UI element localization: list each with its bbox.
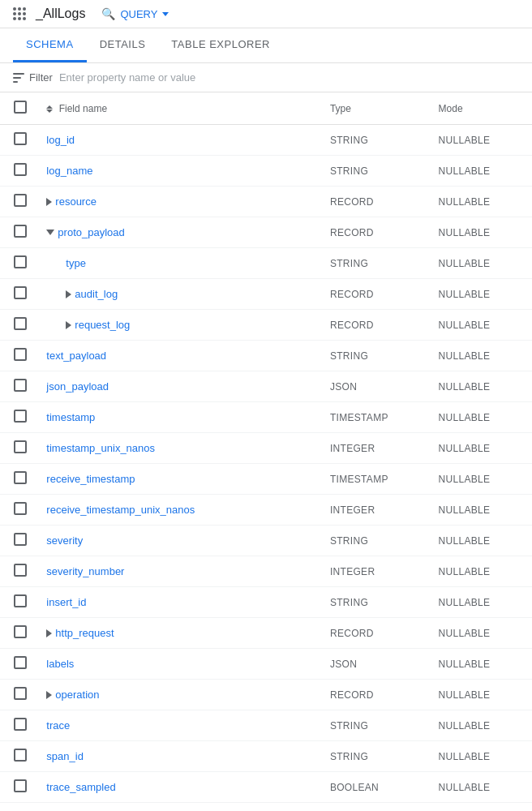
row-checkbox[interactable] — [14, 194, 27, 207]
field-name-link[interactable]: type — [66, 257, 86, 269]
row-field-name: timestamp — [40, 402, 324, 433]
field-name-link[interactable]: request_log — [75, 319, 130, 331]
expand-icon[interactable] — [46, 629, 52, 637]
row-type: INTEGER — [324, 495, 432, 526]
table-row: traceSTRINGNULLABLE — [0, 710, 532, 741]
expand-icon[interactable] — [66, 321, 71, 329]
expand-icon[interactable] — [46, 691, 52, 699]
row-checkbox-cell — [0, 371, 40, 402]
tab-table-explorer[interactable]: TABLE EXPLORER — [158, 28, 283, 62]
row-checkbox-cell — [0, 156, 40, 187]
row-checkbox[interactable] — [14, 410, 27, 423]
expand-icon[interactable] — [46, 198, 52, 206]
row-checkbox[interactable] — [14, 225, 27, 238]
row-type: TIMESTAMP — [324, 464, 432, 495]
row-checkbox-cell — [0, 341, 40, 371]
row-checkbox[interactable] — [14, 379, 27, 392]
row-checkbox-cell — [0, 125, 40, 156]
row-field-name: severity_number — [40, 556, 324, 587]
field-name-link[interactable]: audit_log — [75, 288, 118, 300]
field-name-link[interactable]: resource — [55, 195, 97, 208]
field-name-link[interactable]: log_name — [46, 165, 92, 177]
row-mode: NULLABLE — [432, 618, 532, 649]
row-checkbox[interactable] — [14, 749, 27, 762]
row-type: STRING — [324, 125, 432, 156]
table-row: audit_logRECORDNULLABLE — [0, 279, 532, 310]
field-name-link[interactable]: timestamp_unix_nanos — [46, 442, 155, 454]
row-field-name: trace_sampled — [40, 772, 324, 803]
row-checkbox[interactable] — [14, 132, 27, 145]
row-checkbox[interactable] — [14, 255, 27, 268]
row-field-name: labels — [40, 649, 324, 680]
row-checkbox[interactable] — [14, 533, 27, 546]
row-checkbox[interactable] — [14, 471, 27, 484]
tab-details[interactable]: DETAILS — [87, 28, 159, 62]
row-field-name: text_payload — [40, 341, 324, 371]
query-button[interactable]: 🔍 QUERY — [101, 7, 169, 20]
row-type: STRING — [324, 526, 432, 556]
table-row: resourceRECORDNULLABLE — [0, 187, 532, 217]
table-row: http_requestRECORDNULLABLE — [0, 618, 532, 649]
field-name-link[interactable]: proto_payload — [58, 226, 124, 238]
row-field-name: log_id — [40, 125, 324, 156]
row-mode: NULLABLE — [432, 433, 532, 464]
row-mode: NULLABLE — [432, 279, 532, 310]
row-checkbox[interactable] — [14, 779, 27, 792]
field-name-link[interactable]: receive_timestamp_unix_nanos — [46, 504, 195, 516]
field-name-link[interactable]: severity_number — [46, 565, 124, 577]
header-mode: Mode — [432, 92, 532, 125]
row-checkbox-cell — [0, 772, 40, 803]
row-field-name: type — [40, 248, 324, 279]
header-field-name[interactable]: Field name — [40, 92, 324, 125]
field-name-link[interactable]: labels — [46, 658, 74, 670]
row-type: STRING — [324, 710, 432, 741]
row-checkbox-cell — [0, 710, 40, 741]
tab-schema[interactable]: SCHEMA — [13, 28, 87, 62]
row-checkbox[interactable] — [14, 502, 27, 515]
apps-icon[interactable] — [13, 7, 26, 20]
select-all-checkbox[interactable] — [14, 101, 27, 114]
field-name-link[interactable]: json_payload — [46, 380, 109, 393]
row-mode: NULLABLE — [432, 248, 532, 279]
row-checkbox[interactable] — [14, 594, 27, 607]
row-checkbox[interactable] — [14, 687, 27, 700]
filter-input[interactable] — [59, 71, 519, 84]
row-checkbox[interactable] — [14, 348, 27, 361]
row-checkbox[interactable] — [14, 286, 27, 299]
filter-bar: Filter — [0, 63, 532, 92]
row-field-name: receive_timestamp — [40, 464, 324, 495]
row-checkbox-cell — [0, 649, 40, 680]
row-checkbox-cell — [0, 680, 40, 710]
row-checkbox[interactable] — [14, 317, 27, 330]
row-mode: NULLABLE — [432, 371, 532, 402]
row-field-name: receive_timestamp_unix_nanos — [40, 495, 324, 526]
row-type: RECORD — [324, 680, 432, 710]
row-checkbox-cell — [0, 587, 40, 618]
row-field-name: log_name — [40, 156, 324, 187]
row-mode: NULLABLE — [432, 402, 532, 433]
field-name-link[interactable]: log_id — [46, 134, 75, 146]
row-checkbox[interactable] — [14, 564, 27, 577]
row-mode: NULLABLE — [432, 680, 532, 710]
table-row: receive_timestamp_unix_nanosINTEGERNULLA… — [0, 495, 532, 526]
row-checkbox[interactable] — [14, 718, 27, 731]
row-checkbox[interactable] — [14, 163, 27, 176]
row-checkbox[interactable] — [14, 440, 27, 453]
row-mode: NULLABLE — [432, 587, 532, 618]
field-name-link[interactable]: timestamp — [46, 411, 95, 423]
row-checkbox[interactable] — [14, 656, 27, 669]
field-name-link[interactable]: trace — [46, 719, 70, 732]
table-header-row: Field name Type Mode — [0, 92, 532, 125]
expand-icon[interactable] — [66, 290, 71, 298]
field-name-link[interactable]: text_payload — [46, 350, 106, 362]
field-name-link[interactable]: insert_id — [46, 596, 86, 608]
field-name-link[interactable]: trace_sampled — [46, 781, 115, 793]
field-name-link[interactable]: receive_timestamp — [46, 473, 135, 485]
collapse-icon[interactable] — [46, 230, 54, 235]
field-name-link[interactable]: span_id — [46, 750, 84, 762]
field-name-link[interactable]: severity — [46, 534, 83, 547]
field-name-link[interactable]: operation — [55, 689, 99, 701]
row-checkbox-cell — [0, 618, 40, 649]
field-name-link[interactable]: http_request — [55, 627, 114, 639]
row-checkbox[interactable] — [14, 625, 27, 638]
